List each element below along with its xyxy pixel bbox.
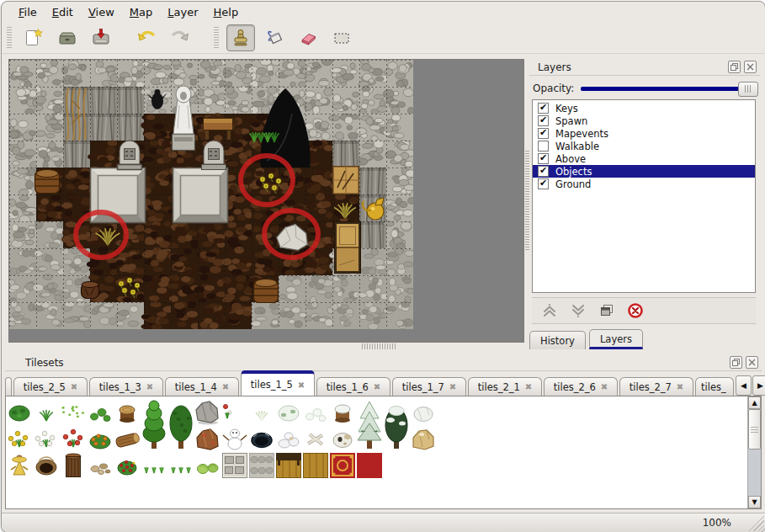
- layer-list[interactable]: ✔Keys✔Spawn✔MapeventsWalkable✔Above✔Obje…: [532, 99, 756, 293]
- layer-row-keys[interactable]: ✔Keys: [533, 102, 755, 114]
- move-layer-up-icon: [541, 302, 558, 319]
- tileset-tab-tiles_2_7[interactable]: tiles_2_7✖: [619, 377, 693, 396]
- delete-layer-button[interactable]: [626, 301, 645, 320]
- close-tab-icon[interactable]: ✖: [677, 382, 683, 391]
- menu-map[interactable]: Map: [123, 4, 159, 20]
- stamp-tool-button[interactable]: [226, 24, 255, 51]
- tileset-tab-label: tiles_1_7: [402, 381, 444, 393]
- tileset-tab-tiles_1_5[interactable]: tiles_1_5✖: [241, 370, 315, 396]
- layer-row-spawn[interactable]: ✔Spawn: [533, 114, 755, 127]
- layer-visibility-checkbox[interactable]: ✔: [538, 103, 549, 114]
- tileset-tab-tiles[interactable]: tiles_: [695, 377, 734, 396]
- tileset-tab-tiles_2_1[interactable]: tiles_2_1✖: [468, 377, 542, 396]
- layer-visibility-checkbox[interactable]: ✔: [538, 128, 549, 139]
- close-tab-icon[interactable]: ✖: [146, 382, 153, 391]
- opacity-slider-handle[interactable]: [738, 82, 758, 97]
- menu-edit[interactable]: Edit: [45, 4, 80, 20]
- layer-row-mapevents[interactable]: ✔Mapevents: [533, 127, 755, 140]
- status-bar: 100%: [2, 513, 765, 532]
- eraser-tool-button[interactable]: [294, 24, 322, 51]
- close-tab-icon[interactable]: ✖: [601, 382, 608, 391]
- undo-icon: [135, 27, 157, 49]
- select-tool-button[interactable]: [327, 24, 356, 51]
- float-panel-icon: [730, 63, 738, 71]
- menu-layer[interactable]: Layer: [161, 4, 205, 20]
- select-rectangle-icon: [331, 27, 353, 49]
- tileset-tab-tiles_2_6[interactable]: tiles_2_6✖: [544, 377, 618, 396]
- toolbar: [2, 23, 765, 54]
- tileset-tab-label: tiles_1_4: [175, 381, 217, 393]
- scroll-up-button[interactable]: ▲: [748, 396, 761, 409]
- tileset-tab-label: tiles_2_6: [554, 381, 596, 393]
- close-tab-icon[interactable]: ✖: [222, 382, 229, 391]
- move-layer-up-button[interactable]: [540, 301, 559, 320]
- tileset-tab-tiles_2_5[interactable]: tiles_2_5✖: [13, 377, 88, 396]
- map-editor-window: File Edit View Map Layer Help: [1, 1, 765, 532]
- layer-name: Keys: [555, 103, 578, 114]
- layer-row-objects[interactable]: ✔Objects: [533, 165, 755, 178]
- menu-view[interactable]: View: [82, 4, 121, 20]
- layer-row-above[interactable]: ✔Above: [533, 152, 755, 165]
- tileset-scrollbar[interactable]: ▲ ▼: [747, 396, 761, 508]
- tileset-tab-label: tiles_: [701, 381, 726, 393]
- tileset-tab-bar: tiles_2_5✖tiles_1_3✖tiles_1_4✖tiles_1_5✖…: [5, 372, 762, 396]
- tileset-tab-label: tiles_1_3: [99, 381, 141, 393]
- close-tilesets-button[interactable]: [746, 356, 758, 369]
- layer-name: Ground: [555, 178, 591, 190]
- close-panel-button[interactable]: [744, 61, 757, 73]
- tileset-tab-tiles_1_3[interactable]: tiles_1_3✖: [89, 377, 163, 396]
- close-tab-icon[interactable]: ✖: [374, 382, 380, 391]
- fill-tool-button[interactable]: [260, 24, 289, 51]
- layer-visibility-checkbox[interactable]: ✔: [538, 178, 549, 189]
- close-tab-icon[interactable]: ✖: [71, 382, 77, 391]
- redo-button[interactable]: [166, 24, 194, 51]
- tileset-tab-partial-left[interactable]: [5, 377, 12, 396]
- tab-scroll-right-button[interactable]: ▶: [752, 375, 765, 396]
- tilesets-panel: Tilesets tiles_2_5✖tiles_1_3✖tiles_1_4✖t…: [2, 351, 765, 513]
- open-button[interactable]: [53, 24, 82, 51]
- layer-visibility-checkbox[interactable]: ✔: [538, 153, 549, 164]
- open-folder-icon: [56, 27, 78, 49]
- close-tab-icon[interactable]: ✖: [449, 382, 456, 391]
- toolbar-grip[interactable]: [214, 27, 219, 49]
- layer-row-walkable[interactable]: Walkable: [533, 140, 755, 152]
- redo-icon: [169, 27, 191, 49]
- scroll-down-button[interactable]: ▼: [748, 496, 761, 508]
- save-button[interactable]: [87, 24, 115, 51]
- scrollbar-thumb[interactable]: [748, 409, 761, 450]
- tab-scroll-left-button[interactable]: ◀: [736, 375, 752, 396]
- tileset-tab-tiles_1_7[interactable]: tiles_1_7✖: [392, 377, 466, 396]
- layer-name: Spawn: [555, 115, 587, 127]
- float-panel-icon: [732, 359, 740, 366]
- tileset-tab-tiles_1_6[interactable]: tiles_1_6✖: [316, 377, 390, 396]
- close-tab-icon[interactable]: ✖: [525, 382, 532, 391]
- layer-visibility-checkbox[interactable]: [538, 141, 549, 152]
- layer-name: Walkable: [555, 141, 599, 152]
- menu-file[interactable]: File: [12, 4, 44, 20]
- layer-row-ground[interactable]: ✔Ground: [533, 178, 755, 190]
- layers-dock-titlebar: Layers: [529, 59, 760, 76]
- opacity-slider[interactable]: [581, 87, 757, 91]
- tileset-tab-tiles_1_4[interactable]: tiles_1_4✖: [165, 377, 239, 396]
- map-canvas[interactable]: [9, 60, 413, 329]
- duplicate-layer-icon: [598, 302, 615, 319]
- horizontal-splitter[interactable]: [362, 343, 396, 349]
- move-layer-down-icon: [570, 302, 587, 319]
- menu-help[interactable]: Help: [207, 4, 246, 20]
- tileset-tab-label: tiles_1_5: [251, 379, 293, 391]
- layer-visibility-checkbox[interactable]: ✔: [538, 166, 549, 177]
- duplicate-layer-button[interactable]: [598, 301, 616, 320]
- layer-name: Above: [555, 153, 586, 165]
- move-layer-down-button[interactable]: [569, 301, 587, 320]
- tileset-canvas[interactable]: [6, 396, 738, 508]
- toolbar-grip[interactable]: [7, 27, 12, 49]
- undo-button[interactable]: [132, 24, 161, 51]
- map-viewport[interactable]: [8, 59, 524, 343]
- close-tab-icon[interactable]: ✖: [298, 380, 305, 390]
- new-file-button[interactable]: [19, 24, 48, 51]
- layer-visibility-checkbox[interactable]: ✔: [538, 115, 549, 126]
- tab-history[interactable]: History: [529, 331, 586, 349]
- float-panel-button[interactable]: [728, 61, 741, 73]
- tab-layers[interactable]: Layers: [589, 329, 643, 349]
- float-tilesets-button[interactable]: [730, 356, 742, 369]
